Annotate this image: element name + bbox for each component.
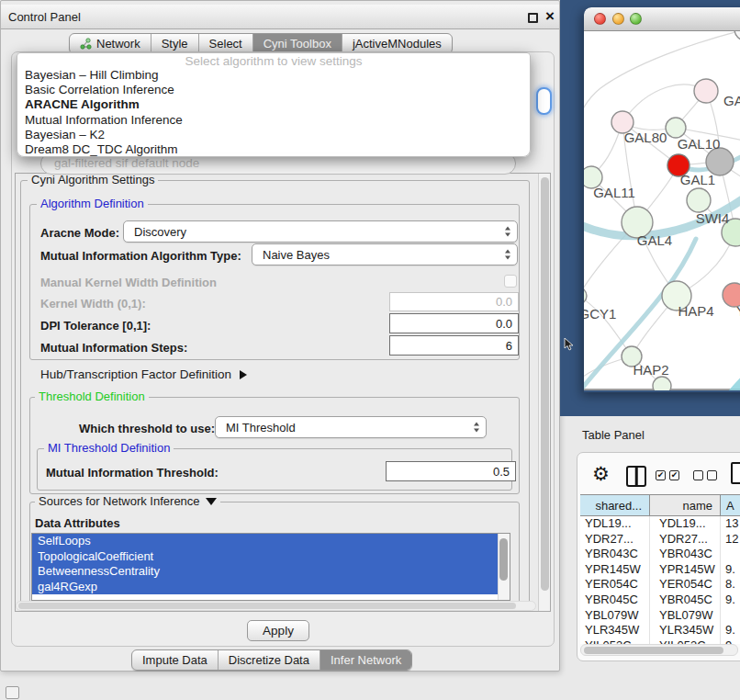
which-threshold-combobox[interactable]: MI Threshold (215, 416, 487, 438)
table-row[interactable]: YBL079WYBL079W (580, 608, 740, 624)
table-row[interactable]: YBR043CYBR043C (580, 547, 740, 562)
tab-jactivemnodules-label: jActiveMNodules (353, 37, 442, 51)
attribute-betweennesscentrality[interactable]: BetweennessCentrality (32, 564, 499, 580)
settings-horizontal-scrollbar-thumb[interactable] (18, 603, 516, 609)
attribute-gal4rgexp[interactable]: gal4RGexp (32, 580, 499, 595)
tab-cyni-toolbox[interactable]: Cyni Toolbox (252, 34, 342, 53)
dpi-tolerance-field[interactable]: 0.0 (389, 313, 519, 333)
tab-infer-network-label: Infer Network (331, 653, 401, 667)
mi-threshold-field[interactable]: 0.5 (386, 461, 516, 481)
node-unlabeled[interactable] (734, 31, 740, 40)
table-row[interactable]: YDL19...YDL19...13 (580, 516, 740, 532)
column-header-name[interactable]: name (650, 495, 721, 515)
close-icon[interactable]: × (542, 7, 558, 26)
cell: 13 (721, 516, 740, 532)
column-header-shared-name[interactable]: shared... (580, 495, 650, 515)
table-row[interactable]: YLR345WYLR345W9. (580, 623, 740, 638)
node-gal10[interactable] (666, 118, 686, 138)
algorithm-dropdown-popup: Select algorithm to view settings Bayesi… (17, 52, 531, 157)
control-panel-titlebar[interactable]: Control Panel (1, 5, 559, 29)
network-graph: GAL80 GAL10 GAL1 GAL11 GAL4 SWI4 GAL GCY… (584, 31, 740, 390)
edge-highlighted (711, 355, 740, 390)
threshold-definition-legend: Threshold Definition (35, 390, 149, 403)
network-canvas[interactable]: GAL80 GAL10 GAL1 GAL11 GAL4 SWI4 GAL GCY… (584, 31, 740, 390)
cell: 9. (721, 623, 740, 638)
tab-network[interactable]: Network (70, 34, 151, 53)
cell: YBL079W (650, 608, 721, 624)
table-row[interactable]: YDR27...YDR27...12 (580, 532, 740, 548)
algorithm-option-basic-correlation[interactable]: Basic Correlation Inference (17, 83, 530, 97)
tab-impute-data-label: Impute Data (142, 653, 207, 667)
tab-style[interactable]: Style (151, 34, 198, 53)
node-label: HAP4 (678, 303, 713, 319)
node-label: Y (736, 303, 740, 319)
node-swi4[interactable] (687, 188, 711, 212)
sources-legend[interactable]: Sources for Network Inference (35, 495, 220, 508)
table-horizontal-scrollbar-thumb[interactable] (584, 647, 723, 654)
node-label: GAL (723, 93, 740, 108)
algorithm-option-bayesian-k2[interactable]: Bayesian – K2 (17, 128, 530, 142)
document-icon[interactable] (731, 462, 740, 484)
settings-horizontal-scrollbar[interactable] (16, 601, 536, 611)
deselect-all-checkbox-icon[interactable] (693, 470, 703, 480)
listbox-scrollbar[interactable] (498, 534, 510, 600)
network-window-titlebar[interactable] (584, 7, 740, 31)
table-row[interactable]: YBR045CYBR045C9. (580, 593, 740, 608)
table-body: YDL19...YDL19...13 YDR27...YDR27...12 YB… (580, 516, 740, 644)
table-row[interactable]: YER054CYER054C8. (580, 577, 740, 593)
node-label: SWI4 (696, 210, 730, 226)
tab-style-label: Style (162, 37, 188, 51)
algorithm-option-mutual-information[interactable]: Mutual Information Inference (17, 113, 530, 128)
focused-spinner[interactable] (536, 87, 552, 115)
zoom-traffic-light[interactable] (630, 13, 642, 25)
cell: YDR27... (650, 532, 721, 548)
float-window-icon[interactable] (528, 13, 538, 23)
algorithm-option-bayesian-hill-climbing[interactable]: Bayesian – Hill Climbing (17, 68, 530, 83)
tab-infer-network[interactable]: Infer Network (320, 650, 411, 670)
aracne-mode-combobox[interactable]: Discovery (123, 220, 518, 243)
tab-impute-data[interactable]: Impute Data (132, 650, 218, 670)
mi-algorithm-type-combobox[interactable]: Naive Bayes (252, 243, 518, 265)
deselect-all-checkbox-icon[interactable] (707, 470, 717, 480)
cyni-bottom-tabbar: Impute Data Discretize Data Infer Networ… (131, 649, 412, 671)
manual-kernel-width-label: Manual Kernel Width Definition (40, 276, 217, 289)
attribute-selfloops[interactable]: SelfLoops (32, 534, 499, 549)
which-threshold-value: MI Threshold (226, 421, 296, 435)
table-horizontal-scrollbar[interactable] (580, 644, 738, 656)
cell: YPR145W (580, 562, 650, 578)
cell: YLR345W (650, 623, 721, 638)
cell: 8. (721, 577, 740, 593)
minimized-panel-icon[interactable] (6, 686, 19, 699)
dpi-tolerance-label: DPI Tolerance [0,1]: (40, 319, 151, 333)
tab-jactivemnodules[interactable]: jActiveMNodules (342, 34, 452, 53)
algorithm-definition-legend: Algorithm Definition (37, 198, 148, 210)
hub-definition-toggle[interactable]: Hub/Transcription Factor Definition (40, 367, 247, 381)
gear-icon[interactable]: ⚙ (592, 463, 610, 485)
minimize-traffic-light[interactable] (612, 13, 624, 25)
mi-steps-label: Mutual Information Steps: (40, 341, 187, 355)
apply-button[interactable]: Apply (247, 620, 309, 641)
settings-vertical-scrollbar-thumb[interactable] (541, 177, 549, 591)
node-gal2[interactable] (694, 79, 718, 103)
column-header-partial[interactable]: A (721, 495, 740, 515)
mi-steps-field[interactable]: 6 (389, 335, 519, 356)
close-traffic-light[interactable] (594, 13, 606, 25)
table-row[interactable]: YPR145WYPR145W9. (580, 562, 740, 578)
cell: YBL079W (580, 608, 650, 624)
node-bottom[interactable] (653, 377, 671, 390)
expanded-arrow-icon (206, 498, 217, 505)
settings-vertical-scrollbar[interactable] (538, 174, 550, 611)
algorithm-option-aracne[interactable]: ARACNE Algorithm (17, 97, 530, 112)
column-layout-icon[interactable] (626, 466, 646, 487)
sources-legend-label: Sources for Network Inference (39, 495, 200, 508)
node-label: GAL1 (680, 172, 715, 187)
algorithm-option-dream8[interactable]: Dream8 DC_TDC Algorithm (17, 142, 530, 157)
select-all-checkbox-icon[interactable]: ✔ (669, 470, 679, 480)
listbox-scrollbar-thumb[interactable] (499, 538, 508, 581)
manual-kernel-width-checkbox[interactable] (504, 275, 517, 288)
kernel-width-field[interactable]: 0.0 (389, 292, 519, 311)
attribute-topologicalcoefficient[interactable]: TopologicalCoefficient (32, 549, 499, 565)
select-all-checkbox-icon[interactable]: ✔ (656, 470, 666, 480)
tab-discretize-data[interactable]: Discretize Data (218, 650, 320, 670)
tab-select[interactable]: Select (198, 34, 252, 53)
